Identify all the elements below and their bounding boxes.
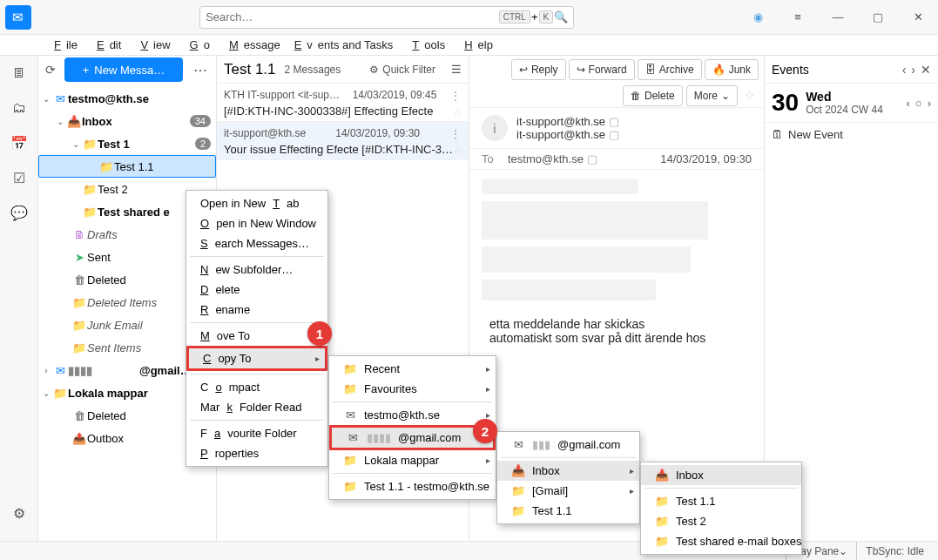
folder-test1[interactable]: ⌄📁Test 12 xyxy=(38,132,216,155)
menu-tools[interactable]: Tools xyxy=(402,37,450,53)
sub3-test2[interactable]: 📁Test 2 xyxy=(641,511,801,531)
global-search[interactable]: CTRL + K 🔍 xyxy=(199,6,574,29)
close-events-icon[interactable]: ✕ xyxy=(921,63,931,77)
menu-message[interactable]: Message xyxy=(219,37,286,53)
prev-day-icon[interactable]: ‹ xyxy=(906,97,909,110)
ctx-move-to[interactable]: Move To▸ xyxy=(186,326,327,346)
ctx-open-window[interactable]: Open in New Window xyxy=(186,213,327,233)
folder-icon: 📁 xyxy=(655,495,669,508)
get-messages-icon[interactable]: ⟳ xyxy=(44,63,57,77)
next-icon[interactable]: › xyxy=(911,63,915,77)
folder-pane-options[interactable]: ⋯ xyxy=(190,62,211,78)
ctx-copy-to[interactable]: Copy To▸ xyxy=(186,346,327,371)
sub3-shared[interactable]: 📁Test shared e-mail boxes xyxy=(641,531,801,551)
message-row[interactable]: it-support@kth.se14/03/2019, 09:30⋮ Your… xyxy=(217,122,469,160)
sub-test11-again[interactable]: 📁Test 1.1 - testmo@kth.se xyxy=(329,476,496,496)
star-icon[interactable]: ☆ xyxy=(453,106,463,119)
sub2-test11[interactable]: 📁Test 1.1 xyxy=(497,501,639,521)
mail-account-icon: ✉ xyxy=(52,364,68,377)
tasks-icon[interactable]: ☑ xyxy=(7,165,31,190)
chat-icon[interactable]: 💬 xyxy=(7,200,31,225)
maximize-button[interactable]: ▢ xyxy=(858,0,898,35)
junk-button[interactable]: 🔥Junk xyxy=(705,59,759,80)
list-options-icon[interactable]: ☰ xyxy=(451,63,462,76)
more-button[interactable]: More⌄ xyxy=(686,85,738,106)
settings-icon[interactable]: ⚙ xyxy=(7,501,31,525)
close-button[interactable]: ✕ xyxy=(898,0,938,35)
sub-testmo[interactable]: ✉testmo@kth.se▸ xyxy=(329,405,496,425)
menu-view[interactable]: View xyxy=(130,37,175,53)
ctx-open-tab[interactable]: Open in New Tab xyxy=(186,193,327,213)
menu-go[interactable]: Go xyxy=(179,37,215,53)
sub3-inbox[interactable]: 📥Inbox xyxy=(641,465,801,485)
folder-context-menu: Open in New Tab Open in New Window Searc… xyxy=(186,190,328,467)
sub2-inbox[interactable]: 📥Inbox▸ xyxy=(497,461,639,481)
titlebar: ✉ CTRL + K 🔍 ◉ ≡ — ▢ ✕ xyxy=(0,0,938,35)
plus-icon: + xyxy=(83,64,90,77)
calendar-icon[interactable]: 📅 xyxy=(7,131,31,155)
folder-icon: 📁 xyxy=(511,484,525,497)
ctx-search-messages[interactable]: Search Messages… xyxy=(186,233,327,253)
sub-gmail[interactable]: ✉▮▮▮▮@gmail.com▸ xyxy=(329,425,496,450)
ctx-favourite[interactable]: Favourite Folder xyxy=(186,423,327,443)
message-date: 14/03/2019, 09:45 xyxy=(353,89,437,103)
folder-icon: 📁 xyxy=(343,362,357,375)
archive-button[interactable]: 🗄Archive xyxy=(638,59,702,80)
sub-favourites[interactable]: 📁Favourites▸ xyxy=(329,379,496,399)
account-testmo[interactable]: ⌄✉testmo@kth.se xyxy=(38,87,216,110)
message-menu-icon[interactable]: ⋮ xyxy=(449,89,462,103)
ctx-rename[interactable]: Rename xyxy=(186,300,327,320)
ctx-compact[interactable]: Compact xyxy=(186,377,327,397)
mail-icon: ✉ xyxy=(5,5,31,30)
addressbook-icon[interactable]: 🗂 xyxy=(7,96,31,120)
sub2-gmail-folder[interactable]: 📁[Gmail]▸ xyxy=(497,481,639,501)
reply-button[interactable]: ↩Reply xyxy=(511,59,566,80)
sub3-test11[interactable]: 📁Test 1.1 xyxy=(641,491,801,511)
sub2-gmail[interactable]: ✉▮▮▮@gmail.com xyxy=(497,435,639,455)
contact-icon[interactable]: ▢ xyxy=(609,115,619,128)
sync-icon[interactable]: ◉ xyxy=(738,0,778,35)
spaces-toolbar: 🗏 🗂 📅 ☑ 💬 ⚙ ⇤ xyxy=(0,56,38,560)
folder-inbox[interactable]: ⌄📥Inbox34 xyxy=(38,110,216,132)
delete-button[interactable]: 🗑Delete xyxy=(623,85,683,106)
quick-filter-toggle[interactable]: ⚙Quick Filter xyxy=(369,64,435,76)
folder-icon: 📁 xyxy=(655,535,669,548)
search-icon: 🔍 xyxy=(554,10,568,24)
contact-icon[interactable]: ▢ xyxy=(609,128,619,141)
appmenu-button[interactable]: ≡ xyxy=(778,0,818,35)
ctx-properties[interactable]: Properties xyxy=(186,443,327,463)
prev-icon[interactable]: ‹ xyxy=(902,63,907,77)
contact-icon[interactable]: ▢ xyxy=(587,152,597,165)
copy-to-submenu: 📁Recent▸ 📁Favourites▸ ✉testmo@kth.se▸ ✉▮… xyxy=(328,355,496,500)
menu-events-tasks[interactable]: Events and Tasks xyxy=(289,37,399,53)
folder-icon: 📁 xyxy=(343,480,357,493)
folder-icon: 📁 xyxy=(82,138,98,151)
from-address-2: it-support@kth.se ▢ xyxy=(516,128,619,141)
tbsync-status[interactable]: TbSync: Idle xyxy=(856,542,933,560)
new-event-button[interactable]: 🗓 New Event xyxy=(765,123,938,146)
new-message-button[interactable]: +New Messa… xyxy=(64,57,183,82)
today-icon[interactable]: ○ xyxy=(915,97,922,110)
menu-help[interactable]: Help xyxy=(454,37,498,53)
message-row[interactable]: KTH IT-support <it-sup…14/03/2019, 09:45… xyxy=(217,84,469,122)
chevron-down-icon: ⌄ xyxy=(839,545,847,557)
ctx-mark-read[interactable]: Mark Folder Read xyxy=(186,397,327,417)
star-icon[interactable]: ☆ xyxy=(453,145,463,158)
message-subject: Your issue Effecting Efecte [#ID:KTH-INC… xyxy=(224,143,462,156)
minimize-button[interactable]: — xyxy=(818,0,858,35)
star-icon[interactable]: ☆ xyxy=(741,89,759,102)
menu-edit[interactable]: Edit xyxy=(86,37,126,53)
ctx-delete[interactable]: Delete xyxy=(186,280,327,300)
folder-test11[interactable]: 📁Test 1.1 xyxy=(38,155,216,178)
mail-space-icon[interactable]: 🗏 xyxy=(7,61,31,85)
menu-file[interactable]: File xyxy=(44,37,83,53)
ctx-new-subfolder[interactable]: New Subfolder… xyxy=(186,260,327,280)
sub-recent[interactable]: 📁Recent▸ xyxy=(329,359,496,379)
next-day-icon[interactable]: › xyxy=(928,97,931,110)
forward-button[interactable]: ↪Forward xyxy=(569,59,635,80)
reply-icon: ↩ xyxy=(519,64,528,76)
sent-icon: ➤ xyxy=(71,251,87,264)
search-input[interactable] xyxy=(206,10,498,24)
message-menu-icon[interactable]: ⋮ xyxy=(449,127,462,141)
sub-lokala[interactable]: 📁Lokala mappar▸ xyxy=(329,450,496,470)
